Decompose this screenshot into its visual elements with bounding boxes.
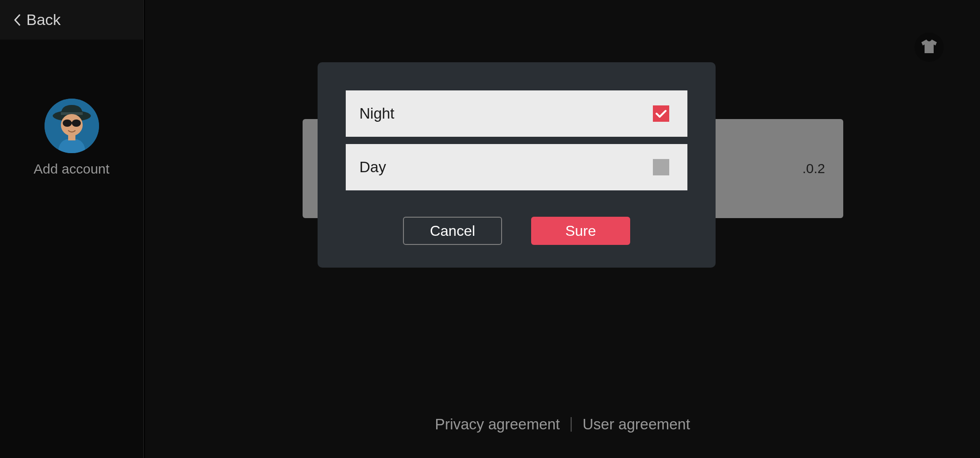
- theme-option-day[interactable]: Day: [346, 144, 687, 190]
- theme-button[interactable]: [915, 33, 944, 62]
- back-label: Back: [26, 11, 61, 29]
- avatar[interactable]: [45, 99, 99, 153]
- privacy-link[interactable]: Privacy agreement: [435, 416, 560, 433]
- cancel-button[interactable]: Cancel: [403, 217, 502, 245]
- main-content: .0.2 Night Day Cancel Sure: [145, 0, 980, 458]
- svg-point-4: [63, 119, 72, 127]
- user-agreement-link[interactable]: User agreement: [582, 416, 690, 433]
- account-section: Add account: [0, 99, 143, 177]
- svg-rect-7: [68, 134, 75, 140]
- theme-dialog: Night Day Cancel Sure: [318, 62, 716, 268]
- svg-point-5: [72, 119, 81, 127]
- version-number: .0.2: [802, 161, 825, 176]
- footer-links: Privacy agreement User agreement: [435, 416, 690, 433]
- add-account-label: Add account: [34, 161, 109, 177]
- theme-option-night[interactable]: Night: [346, 90, 687, 137]
- shirt-icon: [920, 39, 938, 56]
- chevron-left-icon: [14, 14, 21, 26]
- checkbox-unchecked-icon: [653, 159, 669, 175]
- dialog-buttons: Cancel Sure: [346, 217, 687, 245]
- divider: [571, 417, 572, 432]
- sure-button[interactable]: Sure: [531, 217, 630, 245]
- option-label: Day: [359, 159, 386, 176]
- back-button[interactable]: Back: [0, 0, 143, 40]
- checkbox-checked-icon: [653, 105, 669, 122]
- sidebar: Back: [0, 0, 144, 458]
- svg-rect-6: [71, 122, 73, 124]
- option-label: Night: [359, 105, 394, 122]
